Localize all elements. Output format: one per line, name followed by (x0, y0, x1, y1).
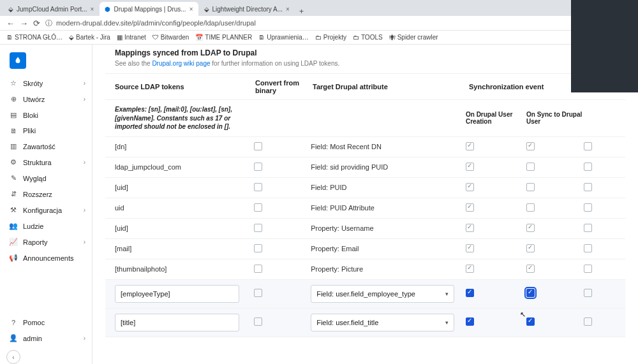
card-hint: See also the Drupal.org wiki page for fu… (115, 60, 616, 67)
checkbox[interactable] (584, 142, 592, 150)
checkbox[interactable] (526, 142, 535, 150)
site-info-icon[interactable]: ⓘ (45, 18, 52, 28)
checkbox[interactable] (584, 289, 592, 297)
drupal-logo-icon[interactable] (10, 52, 26, 69)
source-token-input[interactable] (115, 314, 239, 331)
checkbox[interactable] (584, 244, 592, 252)
checkbox[interactable] (584, 224, 592, 232)
checkbox[interactable] (526, 289, 535, 297)
bookmark[interactable]: 🗎 STRONA GŁÓ… (6, 34, 63, 41)
address-bar: ← → ⟳ ⓘ modern-drupal.ddev.site/pl/admin… (0, 16, 638, 31)
close-icon[interactable]: × (189, 6, 193, 13)
sidebar-item-label: Pomoc (23, 319, 85, 326)
new-tab-button[interactable]: + (295, 7, 308, 16)
checkbox[interactable] (466, 289, 474, 297)
source-token-text: uid (115, 204, 124, 212)
checkbox[interactable] (254, 203, 262, 212)
chevron-right-icon: › (84, 159, 85, 166)
bookmark[interactable]: 🗎 Uprawnienia… (258, 34, 309, 41)
sidebar-item-icon: 🗎 (9, 127, 18, 135)
checkbox[interactable] (526, 317, 535, 326)
browser-tab[interactable]: ⬙ Lightweight Directory A... × (199, 2, 295, 16)
target-attribute-select[interactable]: Field: user.field_employee_type▾ (311, 285, 454, 303)
checkbox[interactable] (466, 244, 474, 252)
forward-button[interactable]: → (20, 18, 28, 28)
checkbox[interactable] (526, 265, 535, 273)
chevron-right-icon: › (84, 335, 85, 342)
checkbox[interactable] (254, 244, 262, 252)
checkbox[interactable] (466, 317, 474, 326)
reload-button[interactable]: ⟳ (33, 18, 40, 28)
table-subheader-row: Examples: [sn], [mail:0], [ou:last], [sn… (105, 100, 625, 137)
tab-title: JumpCloud Admin Port... (17, 6, 87, 13)
url-field[interactable]: ⓘ modern-drupal.ddev.site/pl/admin/confi… (45, 18, 575, 28)
checkbox[interactable] (584, 265, 592, 273)
bookmark[interactable]: 📅 TIME PLANNER (195, 34, 252, 41)
checkbox[interactable] (254, 224, 262, 232)
checkbox[interactable] (254, 289, 262, 297)
source-token-input[interactable] (115, 285, 239, 303)
checkbox[interactable] (466, 142, 474, 150)
url-text: modern-drupal.ddev.site/pl/admin/config/… (56, 19, 256, 27)
checkbox[interactable] (466, 224, 474, 232)
sidebar-item[interactable]: ? Pomoc (0, 315, 92, 330)
bookmark[interactable]: 🗀 Projekty (315, 34, 346, 41)
sidebar-item[interactable]: ⚒ Konfiguracja › (0, 202, 92, 218)
bookmark-bar: 🗎 STRONA GŁÓ… ⬙ Bartek - Jira ▦ Intranet… (0, 31, 638, 45)
checkbox[interactable] (526, 203, 535, 212)
checkbox[interactable] (466, 203, 474, 212)
checkbox[interactable] (526, 183, 535, 191)
wiki-link[interactable]: Drupal.org wiki page (152, 60, 210, 67)
mappings-card: Mappings synced from LDAP to Drupal See … (105, 45, 625, 337)
sidebar-item[interactable]: 📢 Announcements (0, 250, 92, 266)
bookmark[interactable]: ▦ Intranet (117, 34, 146, 41)
checkbox[interactable] (254, 265, 262, 273)
target-attribute-select[interactable]: Field: user.field_title▾ (311, 314, 454, 331)
bookmark[interactable]: 🗀 TOOLS (353, 34, 383, 41)
sidebar-item-label: Ludzie (23, 222, 85, 230)
sidebar-item-icon: 📈 (9, 238, 18, 246)
browser-tab[interactable]: ⬙ JumpCloud Admin Port... × (3, 2, 99, 16)
table-row: Field: user.field_employee_type▾ (105, 280, 625, 309)
checkbox[interactable] (526, 224, 535, 232)
sidebar-item[interactable]: ▤ Bloki (0, 107, 92, 123)
checkbox[interactable] (466, 183, 474, 191)
checkbox[interactable] (466, 163, 474, 171)
checkbox[interactable] (584, 163, 592, 171)
checkbox[interactable] (584, 317, 592, 326)
close-icon[interactable]: × (91, 6, 94, 13)
bookmark[interactable]: ⬙ Bartek - Jira (69, 34, 110, 41)
sidebar-item[interactable]: 👥 Ludzie (0, 218, 92, 234)
sidebar-item-label: Skróty (23, 80, 78, 87)
sidebar-item[interactable]: ⊕ Utwórz › (0, 91, 92, 107)
card-header: Mappings synced from LDAP to Drupal See … (105, 45, 625, 74)
checkbox[interactable] (254, 163, 262, 171)
target-attribute-text: Property: Username (311, 224, 373, 232)
checkbox[interactable] (526, 244, 535, 252)
checkbox[interactable] (584, 183, 592, 191)
source-token-text: [dn] (115, 143, 126, 150)
sidebar-item[interactable]: 🗎 Pliki (0, 123, 92, 138)
sidebar-item[interactable]: ☆ Skróty › (0, 75, 92, 91)
sidebar-item[interactable]: ⇵ Rozszerz (0, 186, 92, 202)
checkbox[interactable] (254, 142, 262, 150)
checkbox[interactable] (254, 317, 262, 326)
checkbox[interactable] (584, 203, 592, 212)
sidebar-item-icon: ⚒ (9, 206, 18, 214)
checkbox[interactable] (526, 163, 535, 171)
sidebar-item[interactable]: ▥ Zawartość (0, 138, 92, 154)
sidebar-item-icon: 👤 (9, 334, 18, 342)
sidebar-item[interactable]: ⚙ Struktura › (0, 154, 92, 170)
back-button[interactable]: ← (6, 18, 15, 28)
sidebar-item[interactable]: 📈 Raporty › (0, 234, 92, 250)
tab-title: Drupal Mappings | Drus... (114, 6, 186, 13)
checkbox[interactable] (466, 265, 474, 273)
collapse-sidebar-button[interactable]: ‹ (6, 350, 20, 364)
close-icon[interactable]: × (286, 6, 290, 13)
sidebar-item[interactable]: 👤 admin › (0, 330, 92, 346)
checkbox[interactable] (254, 183, 262, 191)
bookmark[interactable]: 🛡 Bitwarden (152, 34, 189, 41)
sidebar-item[interactable]: ✎ Wygląd (0, 170, 92, 186)
bookmark[interactable]: 🕷 Spider crawler (389, 34, 438, 41)
browser-tab[interactable]: ⬢ Drupal Mappings | Drus... × (100, 2, 198, 16)
